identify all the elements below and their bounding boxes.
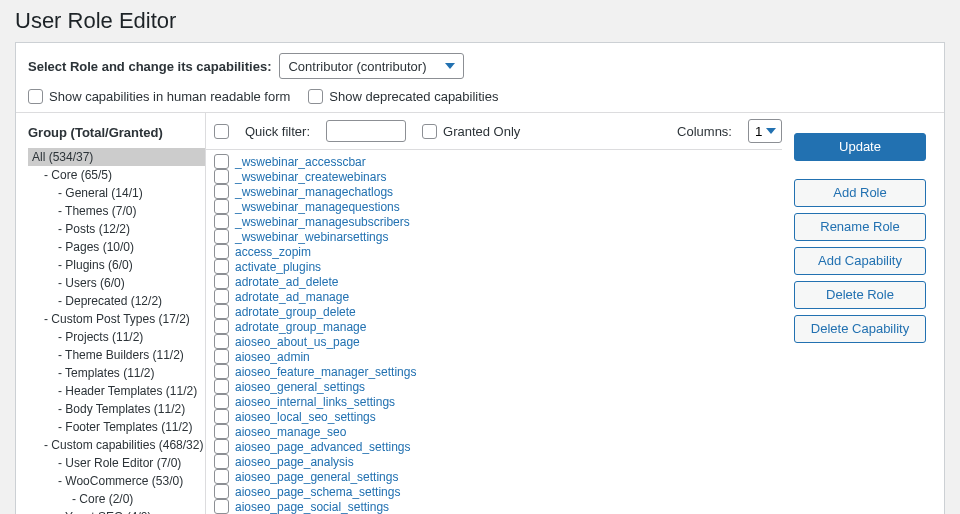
- capability-label[interactable]: _wswebinar_managechatlogs: [235, 185, 393, 199]
- capability-item[interactable]: aioseo_page_analysis: [214, 454, 782, 469]
- capability-item[interactable]: activate_plugins: [214, 259, 782, 274]
- capability-checkbox[interactable]: [214, 409, 229, 424]
- capability-label[interactable]: aioseo_page_advanced_settings: [235, 440, 410, 454]
- capability-label[interactable]: aioseo_internal_links_settings: [235, 395, 395, 409]
- delete-role-button[interactable]: Delete Role: [794, 281, 926, 309]
- update-button[interactable]: Update: [794, 133, 926, 161]
- capability-checkbox[interactable]: [214, 304, 229, 319]
- quick-filter-input[interactable]: [326, 120, 406, 142]
- group-tree-link[interactable]: - Pages (10/0): [58, 240, 134, 254]
- group-tree-item[interactable]: - Themes (7/0): [28, 202, 205, 220]
- capability-checkbox[interactable]: [214, 394, 229, 409]
- capability-checkbox[interactable]: [214, 169, 229, 184]
- capability-label[interactable]: _wswebinar_webinarsettings: [235, 230, 388, 244]
- capability-label[interactable]: aioseo_page_schema_settings: [235, 485, 400, 499]
- group-tree-link[interactable]: - Projects (11/2): [58, 330, 143, 344]
- capability-item[interactable]: aioseo_feature_manager_settings: [214, 364, 782, 379]
- capability-label[interactable]: aioseo_page_analysis: [235, 455, 354, 469]
- group-tree-link[interactable]: - Templates (11/2): [58, 366, 155, 380]
- capability-item[interactable]: aioseo_local_seo_settings: [214, 409, 782, 424]
- capability-checkbox[interactable]: [214, 199, 229, 214]
- capability-label[interactable]: aioseo_feature_manager_settings: [235, 365, 416, 379]
- capability-label[interactable]: _wswebinar_managequestions: [235, 200, 400, 214]
- capability-checkbox[interactable]: [214, 289, 229, 304]
- group-tree-item[interactable]: All (534/37): [28, 148, 205, 166]
- group-tree-item[interactable]: - Plugins (6/0): [28, 256, 205, 274]
- capability-checkbox[interactable]: [214, 229, 229, 244]
- capability-item[interactable]: aioseo_page_schema_settings: [214, 484, 782, 499]
- human-readable-input[interactable]: [28, 89, 43, 104]
- capability-item[interactable]: _wswebinar_accesscbar: [214, 154, 782, 169]
- capability-item[interactable]: adrotate_ad_manage: [214, 289, 782, 304]
- capability-item[interactable]: aioseo_general_settings: [214, 379, 782, 394]
- group-tree-link[interactable]: All (534/37): [32, 150, 93, 164]
- add-role-button[interactable]: Add Role: [794, 179, 926, 207]
- rename-role-button[interactable]: Rename Role: [794, 213, 926, 241]
- capability-item[interactable]: adrotate_group_manage: [214, 319, 782, 334]
- capability-checkbox[interactable]: [214, 274, 229, 289]
- capability-item[interactable]: _wswebinar_managechatlogs: [214, 184, 782, 199]
- capability-label[interactable]: _wswebinar_managesubscribers: [235, 215, 410, 229]
- capability-item[interactable]: adrotate_ad_delete: [214, 274, 782, 289]
- deprecated-input[interactable]: [308, 89, 323, 104]
- select-all-input[interactable]: [214, 124, 229, 139]
- group-tree-link[interactable]: - Header Templates (11/2): [58, 384, 197, 398]
- capability-label[interactable]: adrotate_ad_manage: [235, 290, 349, 304]
- group-tree-item[interactable]: - Theme Builders (11/2): [28, 346, 205, 364]
- group-tree-link[interactable]: - WooCommerce (53/0): [58, 474, 183, 488]
- group-tree-item[interactable]: - Yoast SEO (4/0): [28, 508, 205, 514]
- granted-only-input[interactable]: [422, 124, 437, 139]
- capability-label[interactable]: aioseo_manage_seo: [235, 425, 346, 439]
- capability-item[interactable]: aioseo_internal_links_settings: [214, 394, 782, 409]
- capability-label[interactable]: aioseo_admin: [235, 350, 310, 364]
- capability-item[interactable]: aioseo_about_us_page: [214, 334, 782, 349]
- capability-label[interactable]: _wswebinar_accesscbar: [235, 155, 366, 169]
- capability-checkbox[interactable]: [214, 259, 229, 274]
- granted-only-checkbox[interactable]: Granted Only: [422, 124, 520, 139]
- capability-checkbox[interactable]: [214, 334, 229, 349]
- group-tree-item[interactable]: - Custom Post Types (17/2): [28, 310, 205, 328]
- capability-label[interactable]: aioseo_about_us_page: [235, 335, 360, 349]
- group-tree-item[interactable]: - Posts (12/2): [28, 220, 205, 238]
- capability-checkbox[interactable]: [214, 154, 229, 169]
- group-tree-link[interactable]: - Deprecated (12/2): [58, 294, 162, 308]
- capability-item[interactable]: _wswebinar_managesubscribers: [214, 214, 782, 229]
- group-tree-link[interactable]: - Core (2/0): [72, 492, 133, 506]
- group-tree-item[interactable]: - WooCommerce (53/0): [28, 472, 205, 490]
- capability-item[interactable]: aioseo_manage_seo: [214, 424, 782, 439]
- group-tree-item[interactable]: - Custom capabilities (468/32): [28, 436, 205, 454]
- select-all-checkbox[interactable]: [214, 124, 229, 139]
- capability-label[interactable]: aioseo_page_social_settings: [235, 500, 389, 514]
- role-select[interactable]: Contributor (contributor): [279, 53, 464, 79]
- group-tree-item[interactable]: - Deprecated (12/2): [28, 292, 205, 310]
- group-tree-link[interactable]: - Custom Post Types (17/2): [44, 312, 190, 326]
- capability-label[interactable]: access_zopim: [235, 245, 311, 259]
- group-tree-link[interactable]: - Yoast SEO (4/0): [58, 510, 151, 514]
- capability-label[interactable]: aioseo_general_settings: [235, 380, 365, 394]
- capability-label[interactable]: adrotate_group_delete: [235, 305, 356, 319]
- capability-label[interactable]: aioseo_page_general_settings: [235, 470, 398, 484]
- group-tree-link[interactable]: - Core (65/5): [44, 168, 112, 182]
- group-tree-link[interactable]: - Theme Builders (11/2): [58, 348, 184, 362]
- capability-checkbox[interactable]: [214, 424, 229, 439]
- delete-capability-button[interactable]: Delete Capability: [794, 315, 926, 343]
- capability-item[interactable]: _wswebinar_managequestions: [214, 199, 782, 214]
- capability-checkbox[interactable]: [214, 469, 229, 484]
- capability-checkbox[interactable]: [214, 244, 229, 259]
- capability-checkbox[interactable]: [214, 439, 229, 454]
- capability-label[interactable]: adrotate_ad_delete: [235, 275, 338, 289]
- group-tree-link[interactable]: - User Role Editor (7/0): [58, 456, 181, 470]
- capability-item[interactable]: _wswebinar_createwebinars: [214, 169, 782, 184]
- capability-checkbox[interactable]: [214, 214, 229, 229]
- capability-checkbox[interactable]: [214, 184, 229, 199]
- capability-item[interactable]: _wswebinar_webinarsettings: [214, 229, 782, 244]
- group-tree-item[interactable]: - Pages (10/0): [28, 238, 205, 256]
- group-tree-link[interactable]: - Users (6/0): [58, 276, 125, 290]
- group-tree-item[interactable]: - Projects (11/2): [28, 328, 205, 346]
- capability-item[interactable]: aioseo_page_advanced_settings: [214, 439, 782, 454]
- capability-checkbox[interactable]: [214, 319, 229, 334]
- capability-item[interactable]: aioseo_page_social_settings: [214, 499, 782, 514]
- capability-checkbox[interactable]: [214, 349, 229, 364]
- group-tree-link[interactable]: - Custom capabilities (468/32): [44, 438, 203, 452]
- group-tree-link[interactable]: - General (14/1): [58, 186, 143, 200]
